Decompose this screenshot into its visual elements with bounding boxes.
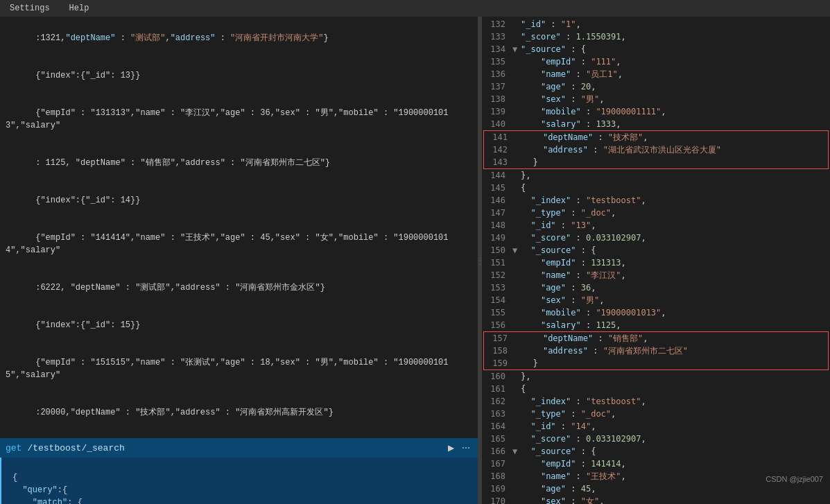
r-line-148: 148 "_id" : "13", bbox=[482, 219, 830, 232]
r-line-163: 163 "_type" : "_doc", bbox=[482, 408, 830, 420]
section-code-1: { "query":{ "match": { "address" : "湖北省"… bbox=[7, 459, 472, 504]
r-line-138: 138 "sex" : "男", bbox=[482, 93, 830, 105]
r-line-169: 169 "age" : 45, bbox=[482, 483, 830, 495]
section-header-1[interactable]: get /testboost/_search ▶ ⋯ bbox=[0, 438, 478, 458]
r-line-132: 132 "_id" : "1", bbox=[482, 18, 830, 31]
red-outline-2: 157 "deptName" : "销售部", 158 "address" : … bbox=[483, 331, 829, 370]
plain-code-l2: {"index":{"_id": 13}} bbox=[0, 57, 478, 94]
menu-bar: Settings Help bbox=[0, 0, 830, 17]
r-line-146: 146 "_index" : "testboost", bbox=[482, 194, 830, 207]
r-line-150: 150 ▼ "_source" : { bbox=[482, 244, 830, 257]
r-line-143: 143 } bbox=[484, 156, 828, 168]
section-actions-1: ▶ ⋯ bbox=[444, 442, 472, 454]
r-line-158: 158 "address" : "河南省郑州市二七区" bbox=[484, 345, 828, 357]
plain-code-l8: {"index":{"_id": 15}} bbox=[0, 306, 478, 344]
plain-code-l3: {"empId" : "131313","name" : "李江汉","age"… bbox=[0, 94, 478, 144]
section-body-1: { "query":{ "match": { "address" : "湖北省"… bbox=[0, 458, 478, 504]
r-line-161: 161 { bbox=[482, 383, 830, 395]
plain-code-l6: {"empId" : "141414","name" : "王技术","age"… bbox=[0, 219, 478, 269]
red-outline-1: 141 "deptName" : "技术部", 142 "address" : … bbox=[483, 130, 829, 169]
right-panel[interactable]: 132 "_id" : "1", 133 "_score" : 1.155039… bbox=[482, 17, 830, 504]
options-button-1[interactable]: ⋯ bbox=[460, 442, 472, 454]
plain-code-l7: :6222, "deptName" : "测试部","address" : "河… bbox=[0, 269, 478, 306]
r-line-140: 140 "salary" : 1333, bbox=[482, 118, 830, 130]
settings-menu[interactable]: Settings bbox=[6, 2, 54, 15]
plain-code-l5: {"index":{"_id": 14}} bbox=[0, 182, 478, 219]
section-method-1: get bbox=[6, 443, 21, 453]
r-line-153: 153 "age" : 36, bbox=[482, 281, 830, 294]
r-line-162: 162 "_index" : "testboost", bbox=[482, 395, 830, 408]
r-line-149: 149 "_score" : 0.033102907, bbox=[482, 232, 830, 244]
plain-code-l4: : 1125, "deptName" : "销售部","address" : "… bbox=[0, 144, 478, 182]
r-line-142: 142 "address" : "湖北省武汉市洪山区光谷大厦" bbox=[484, 144, 828, 156]
section-block-1: get /testboost/_search ▶ ⋯ { "query":{ "… bbox=[0, 438, 478, 504]
section-path-1: /testboost/_search bbox=[27, 443, 124, 453]
r-line-156: 156 "salary" : 1125, bbox=[482, 319, 830, 331]
r-line-147: 147 "_type" : "_doc", bbox=[482, 207, 830, 219]
r-line-154: 154 "sex" : "男", bbox=[482, 294, 830, 306]
run-button-1[interactable]: ▶ bbox=[444, 442, 457, 454]
r-line-145: 145 { bbox=[482, 182, 830, 194]
r-line-136: 136 "name" : "员工1", bbox=[482, 68, 830, 80]
r-line-160: 160 }, bbox=[482, 370, 830, 383]
main-content: :1321,"deptName" : "测试部","address" : "河南… bbox=[0, 17, 830, 504]
r-line-165: 165 "_score" : 0.033102907, bbox=[482, 433, 830, 445]
plain-code-top: :1321,"deptName" : "测试部","address" : "河南… bbox=[0, 19, 478, 57]
help-menu[interactable]: Help bbox=[65, 2, 94, 15]
r-line-139: 139 "mobile" : "19000001111", bbox=[482, 105, 830, 118]
r-line-164: 164 "_id" : "14", bbox=[482, 420, 830, 433]
plain-code-l9: {"empId" : "151515","name" : "张测试","age"… bbox=[0, 344, 478, 394]
watermark: CSDN @jzjie007 bbox=[766, 475, 823, 483]
r-line-167: 167 "empId" : 141414, bbox=[482, 458, 830, 470]
plain-code-l10: :20000,"deptName" : "技术部","address" : "河… bbox=[0, 394, 478, 431]
r-line-166: 166 ▼ "_source" : { bbox=[482, 445, 830, 458]
r-line-135: 135 "empId" : "111", bbox=[482, 55, 830, 68]
r-line-157: 157 "deptName" : "销售部", bbox=[484, 332, 828, 345]
r-line-133: 133 "_score" : 1.1550391, bbox=[482, 31, 830, 43]
r-line-137: 137 "age" : 20, bbox=[482, 80, 830, 93]
r-line-170: 170 "sex" : "女", bbox=[482, 495, 830, 504]
r-line-159: 159 } bbox=[484, 357, 828, 370]
r-line-134: 134 ▼ "_source" : { bbox=[482, 43, 830, 55]
r-line-151: 151 "empId" : 131313, bbox=[482, 257, 830, 269]
r-line-152: 152 "name" : "李江汉", bbox=[482, 269, 830, 281]
r-line-141: 141 "deptName" : "技术部", bbox=[484, 131, 828, 144]
r-line-155: 155 "mobile" : "19000001013", bbox=[482, 306, 830, 319]
left-panel[interactable]: :1321,"deptName" : "测试部","address" : "河南… bbox=[0, 17, 478, 504]
r-line-144: 144 }, bbox=[482, 169, 830, 182]
